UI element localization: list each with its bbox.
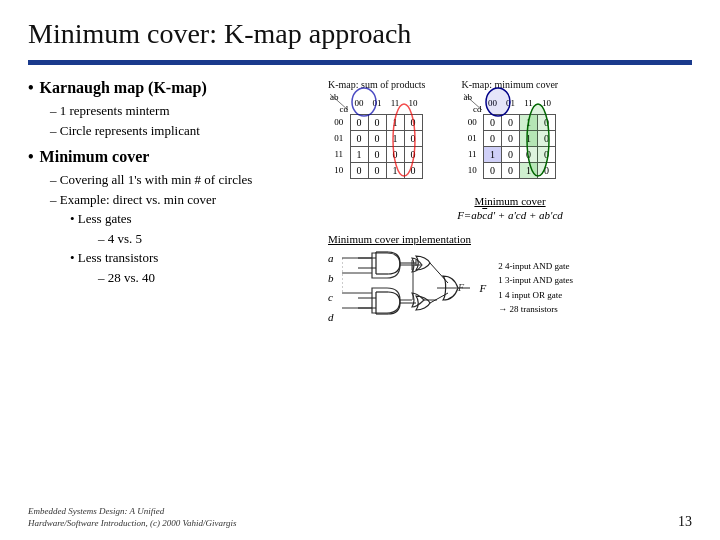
- kmap-sop-row3: 10 0 0 1 0: [328, 162, 422, 178]
- kmap-min-r2c3: 0: [538, 146, 556, 162]
- kmap-sop-r0c2: 1: [386, 114, 404, 130]
- kmap-spacer: [436, 79, 452, 179]
- kmap-sop-r0c3: 0: [404, 114, 422, 130]
- impl-details: 2 4-input AND gate 1 3-input AND gates 1…: [498, 259, 573, 317]
- kmap-sop-r3c3: 0: [404, 162, 422, 178]
- kmap-min-cd: cd: [473, 104, 482, 114]
- kmap-sop-wrapper: K-map: sum of products ab cd 00 01: [328, 79, 426, 179]
- kmap-sop-r0c1: 0: [368, 114, 386, 130]
- kmap-min-col0: 00: [484, 92, 502, 114]
- kmap-sop-ab: ab: [330, 92, 339, 102]
- footer-line1: Embedded Systems Design: A Unified: [28, 505, 237, 518]
- kmap-min-r2c1: 0: [502, 146, 520, 162]
- kmap-min-row1-header: 01: [462, 130, 484, 146]
- sub-example: Example: direct vs. min cover: [50, 190, 318, 210]
- kmap-min-r3c3: 0: [538, 162, 556, 178]
- kmap-min-r0c3: 0: [538, 114, 556, 130]
- kmap-min-r3c1: 0: [502, 162, 520, 178]
- kmap-sop-row0: 00 0 0 1 0: [328, 114, 422, 130]
- bullet-karnaugh-label: Karnaugh map (K-map): [40, 79, 207, 97]
- kmap-min-row2: 11 1 0 0 0: [462, 146, 556, 162]
- blue-bar: [28, 60, 692, 65]
- mincover-subs: Covering all 1's with min # of circles E…: [50, 170, 318, 287]
- kmap-sop-col0: 00: [350, 92, 368, 114]
- slide-title: Minimum cover: K-map approach: [28, 18, 692, 50]
- kmap-min-r3c0: 0: [484, 162, 502, 178]
- kmap-sop-r2c1: 0: [368, 146, 386, 162]
- kmap-min-r2c0: 1: [484, 146, 502, 162]
- kmap-sop-row1-header: 01: [328, 130, 350, 146]
- kmap-sop-label: K-map: sum of products: [328, 79, 426, 90]
- gate-diagram-clean: [358, 248, 478, 328]
- left-panel: Karnaugh map (K-map) 1 represents minter…: [28, 79, 318, 328]
- kmap-sop-r2c0: 1: [350, 146, 368, 162]
- kmap-sop-row1: 01 0 0 1 0: [328, 130, 422, 146]
- output-f: F: [480, 282, 487, 294]
- kmap-min-label: K-map: minimum cover: [462, 79, 559, 90]
- footer: Embedded Systems Design: A Unified Hardw…: [28, 505, 692, 530]
- impl-detail-3: → 28 transistors: [498, 302, 573, 316]
- kmap-min-r1c1: 0: [502, 130, 520, 146]
- input-a: a: [328, 252, 334, 264]
- kmap-sop-r0c0: 0: [350, 114, 368, 130]
- input-labels: a b c d: [328, 249, 334, 327]
- kmap-sop-col1: 01: [368, 92, 386, 114]
- subitem-less-gates: Less gates: [70, 209, 318, 229]
- sub-covering: Covering all 1's with min # of circles: [50, 170, 318, 190]
- kmap-sop-row0-header: 00: [328, 114, 350, 130]
- kmap-sop-r2c2: 0: [386, 146, 404, 162]
- impl-detail-0: 2 4-input AND gate: [498, 259, 573, 273]
- kmap-sop-r1c0: 0: [350, 130, 368, 146]
- kmap-min-row3-header: 10: [462, 162, 484, 178]
- impl-section: Minimum cover implementation a b c d: [328, 233, 692, 328]
- footer-line2: Hardware/Software Introduction, (c) 2000…: [28, 517, 237, 530]
- kmap-sop-row2-header: 11: [328, 146, 350, 162]
- kmap-min-row0: 00 0 0 1 0: [462, 114, 556, 130]
- kmap-sop-cd: cd: [340, 104, 349, 114]
- transistors-value: – 28 vs. 40: [98, 268, 318, 288]
- sub-minterm: 1 represents minterm: [50, 101, 318, 121]
- kmap-sop-row2: 11 1 0 0 0: [328, 146, 422, 162]
- bullet-mincover: Minimum cover: [28, 148, 318, 166]
- kmap-min-table: ab cd 00 01 11 10: [462, 92, 557, 179]
- kmap-min-col2: 11: [520, 92, 538, 114]
- input-d: d: [328, 311, 334, 323]
- page-number: 13: [678, 514, 692, 530]
- kmap-min-r3c2: 1: [520, 162, 538, 178]
- kmap-min-wrapper: K-map: minimum cover ab cd 00 01: [462, 79, 559, 179]
- kmap-min-ab: ab: [464, 92, 473, 102]
- input-b: b: [328, 272, 334, 284]
- kmap-min-r0c2: 1: [520, 114, 538, 130]
- kmap-min-col1: 01: [502, 92, 520, 114]
- bullet-karnaugh: Karnaugh map (K-map): [28, 79, 318, 97]
- kmap-min-col3: 10: [538, 92, 556, 114]
- kmap-sop-r1c3: 0: [404, 130, 422, 146]
- subsub-gates: Less gates – 4 vs. 5 Less transistors – …: [70, 209, 318, 287]
- impl-detail-1: 1 3-input AND gates: [498, 273, 573, 287]
- karnaugh-subs: 1 represents minterm Circle represents i…: [50, 101, 318, 140]
- kmap-min-row3: 10 0 0 1 0: [462, 162, 556, 178]
- kmap-min-r2c2: 0: [520, 146, 538, 162]
- kmap-min-row2-header: 11: [462, 146, 484, 162]
- kmap-sop-col2: 11: [386, 92, 404, 114]
- kmap-section: K-map: sum of products ab cd 00 01: [328, 79, 692, 179]
- min-cover-formula: F=abcd' + a'cd + ab'cd: [328, 209, 692, 221]
- input-c: c: [328, 291, 334, 303]
- impl-detail-2: 1 4 input OR gate: [498, 288, 573, 302]
- kmap-sop-table: ab cd 00 01 11 10: [328, 92, 423, 179]
- content-area: Karnaugh map (K-map) 1 represents minter…: [28, 79, 692, 328]
- bullet-mincover-label: Minimum cover: [40, 148, 150, 166]
- min-cover-box: Minimum cover F=abcd' + a'cd + ab'cd: [328, 195, 692, 221]
- kmap-sop-col3: 10: [404, 92, 422, 114]
- kmap-min-r0c0: 0: [484, 114, 502, 130]
- gates-value: – 4 vs. 5: [98, 229, 318, 249]
- slide: Minimum cover: K-map approach Karnaugh m…: [0, 0, 720, 540]
- kmap-sop-r3c1: 0: [368, 162, 386, 178]
- kmap-min-r1c3: 0: [538, 130, 556, 146]
- sub-implicant: Circle represents implicant: [50, 121, 318, 141]
- kmap-sop-r1c2: 1: [386, 130, 404, 146]
- impl-title: Minimum cover implementation: [328, 233, 692, 245]
- right-panel: K-map: sum of products ab cd 00 01: [328, 79, 692, 328]
- impl-diagram: a b c d: [328, 248, 692, 328]
- kmap-sop-r3c2: 1: [386, 162, 404, 178]
